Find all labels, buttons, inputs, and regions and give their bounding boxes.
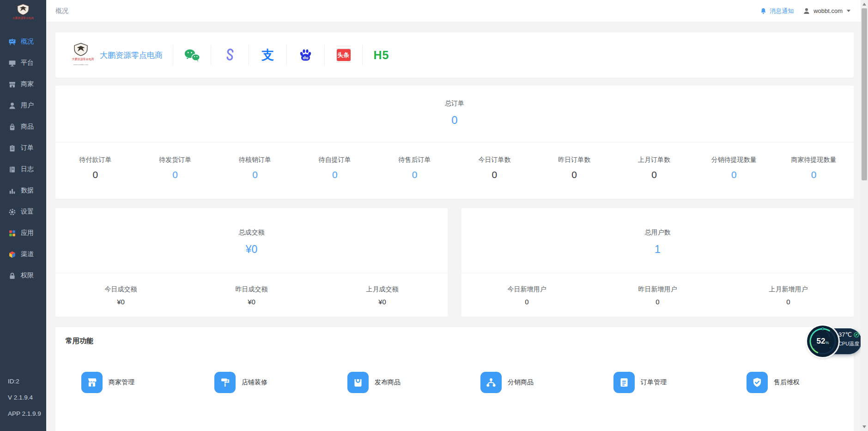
sidebar-item-label: 设置 xyxy=(21,208,34,216)
sidebar-logo: 大鹏资源零点电商 xyxy=(0,0,46,26)
cube-icon xyxy=(8,250,16,259)
shopping-bag-icon xyxy=(347,372,369,393)
bell-icon xyxy=(760,7,767,15)
orders-total-label: 总订单 xyxy=(55,99,854,108)
fn-shop-decoration[interactable]: 店铺装修 xyxy=(188,372,322,393)
sidebar-item-label: 平台 xyxy=(21,59,34,67)
miniprogram-icon xyxy=(223,48,237,62)
shop-logo: 大鹏资源零点电商 www.wobbt.com xyxy=(67,43,94,68)
platform-wechat[interactable] xyxy=(173,48,211,62)
stat-revenue-lastmonth: 上月成交额 ¥0 xyxy=(317,285,448,306)
platform-toutiao[interactable]: 头条 xyxy=(325,46,362,64)
sidebar-item-overview[interactable]: 概况 xyxy=(0,31,46,52)
storefront-icon xyxy=(81,372,103,393)
shop-logo-caption: 大鹏资源零点电商 xyxy=(72,57,90,62)
sidebar-item-platform[interactable]: 平台 xyxy=(0,52,46,74)
sidebar-item-label: 权限 xyxy=(21,271,34,280)
main-content: 大鹏资源零点电商 www.wobbt.com 大鹏资源零点电商 xyxy=(46,22,861,431)
platform-baidu[interactable]: du xyxy=(287,48,324,63)
revenue-total-value: ¥0 xyxy=(55,243,448,256)
revenue-card: 总成交额 ¥0 今日成交额 ¥0 昨日成交额 ¥0 上月成交额 ¥0 xyxy=(55,208,448,317)
overview-icon xyxy=(8,37,16,46)
platform-h5[interactable]: H5 xyxy=(363,49,400,62)
orders-summary-card: 总订单 0 待付款订单 0 待发货订单 0 待核销订单 0 待自提订单 xyxy=(55,86,854,199)
stat-pending-verification: 待核销订单 0 xyxy=(215,156,295,180)
shield-icon xyxy=(747,372,768,393)
sidebar-item-apps[interactable]: 应用 xyxy=(0,222,46,244)
sidebar: 大鹏资源零点电商 概况 平台 商家 xyxy=(0,0,46,431)
stat-pending-aftersale: 待售后订单 0 xyxy=(375,156,455,180)
instance-id: ID:2 xyxy=(8,373,41,389)
page-scrollbar[interactable] xyxy=(861,0,868,431)
users-stats-row: 今日新增用户 0 昨日新增用户 0 上月新增用户 0 xyxy=(461,273,854,306)
scrollbar-thumb[interactable] xyxy=(862,8,867,180)
sidebar-logo-caption: 大鹏资源零点电商 xyxy=(6,16,40,20)
account-menu[interactable]: wobbt.com xyxy=(803,7,850,15)
paint-roller-icon xyxy=(214,372,236,393)
fn-distribution-product[interactable]: 分销商品 xyxy=(455,372,588,393)
baidu-icon: du xyxy=(298,48,313,63)
fn-merchant-management[interactable]: 商家管理 xyxy=(55,372,188,393)
platform-miniprogram[interactable] xyxy=(211,48,249,62)
cpu-gauge: 52% xyxy=(807,326,838,357)
shopping-bag-icon xyxy=(8,123,16,131)
sidebar-item-label: 日志 xyxy=(21,165,34,173)
clipboard-icon xyxy=(8,144,16,152)
stat-pending-shipment: 待发货订单 0 xyxy=(135,156,215,180)
storefront-icon xyxy=(8,80,16,88)
alipay-icon: 支 xyxy=(261,47,274,63)
fn-order-management[interactable]: 订单管理 xyxy=(588,372,721,393)
sidebar-item-label: 用户 xyxy=(21,101,34,110)
stat-pending-payment: 待付款订单 0 xyxy=(55,156,135,180)
stat-distributor-withdrawals: 分销待提现数量 0 xyxy=(694,156,774,180)
summary-cards-row: 总成交额 ¥0 今日成交额 ¥0 昨日成交额 ¥0 上月成交额 ¥0 xyxy=(55,208,854,317)
brand-shield-icon xyxy=(73,43,89,56)
version: V 2.1.9.4 xyxy=(8,389,41,406)
cpu-info: 37℃ CPU温度 xyxy=(838,331,860,347)
sidebar-item-log[interactable]: 日志 xyxy=(0,159,46,180)
sidebar-item-label: 渠道 xyxy=(21,250,34,259)
scroll-down-arrow[interactable] xyxy=(862,425,866,428)
sidebar-item-user[interactable]: 用户 xyxy=(0,95,46,116)
chevron-down-icon xyxy=(847,10,850,12)
scroll-up-arrow[interactable] xyxy=(862,3,866,6)
fn-aftersale-rights[interactable]: 售后维权 xyxy=(721,372,854,393)
notifications-link[interactable]: 消息通知 xyxy=(760,7,794,15)
topbar: 概况 消息通知 wobbt.com xyxy=(46,0,861,22)
lock-icon xyxy=(8,271,16,280)
cpu-usage-percent: 52% xyxy=(807,326,838,357)
breadcrumb: 概况 xyxy=(55,7,68,15)
orders-stats-row: 待付款订单 0 待发货订单 0 待核销订单 0 待自提订单 0 待售后订单 xyxy=(55,142,854,180)
toutiao-icon: 头条 xyxy=(334,46,353,64)
users-total-value: 1 xyxy=(461,243,854,256)
sidebar-item-channel[interactable]: 渠道 xyxy=(0,244,46,265)
wechat-icon xyxy=(183,48,200,62)
users-total: 总用户数 1 xyxy=(461,208,854,273)
sidebar-item-label: 数据 xyxy=(21,186,34,195)
shop-logo-url: www.wobbt.com xyxy=(73,63,88,66)
order-list-icon xyxy=(613,372,635,393)
sidebar-item-goods[interactable]: 商品 xyxy=(0,116,46,137)
sidebar-item-data[interactable]: 数据 xyxy=(0,180,46,201)
platform-monitor-icon xyxy=(8,59,16,67)
brand-shield-icon xyxy=(16,3,30,15)
sidebar-item-merchant[interactable]: 商家 xyxy=(0,74,46,95)
sidebar-item-settings[interactable]: 设置 xyxy=(0,201,46,222)
stat-users-yesterday: 昨日新增用户 0 xyxy=(592,285,723,306)
stat-orders-yesterday: 昨日订单数 0 xyxy=(534,156,614,180)
cpu-monitor-widget: 52% 37℃ CPU温度 xyxy=(805,325,862,357)
svg-text:du: du xyxy=(303,55,309,60)
stat-revenue-today: 今日成交额 ¥0 xyxy=(55,285,186,306)
revenue-stats-row: 今日成交额 ¥0 昨日成交额 ¥0 上月成交额 ¥0 xyxy=(55,273,448,306)
stat-revenue-yesterday: 昨日成交额 ¥0 xyxy=(186,285,317,306)
stat-merchant-withdrawals: 商家待提现数量 0 xyxy=(774,156,854,180)
quick-functions-title: 常用功能 xyxy=(55,337,854,345)
sidebar-item-label: 应用 xyxy=(21,229,34,237)
app-version: APP 2.1.9.9 xyxy=(8,406,41,422)
sidebar-item-order[interactable]: 订单 xyxy=(0,137,46,159)
stat-orders-today: 今日订单数 0 xyxy=(455,156,534,180)
sidebar-item-auth[interactable]: 权限 xyxy=(0,265,46,286)
fn-publish-product[interactable]: 发布商品 xyxy=(322,372,455,393)
platform-alipay[interactable]: 支 xyxy=(249,47,286,63)
apps-grid-icon xyxy=(8,229,16,237)
